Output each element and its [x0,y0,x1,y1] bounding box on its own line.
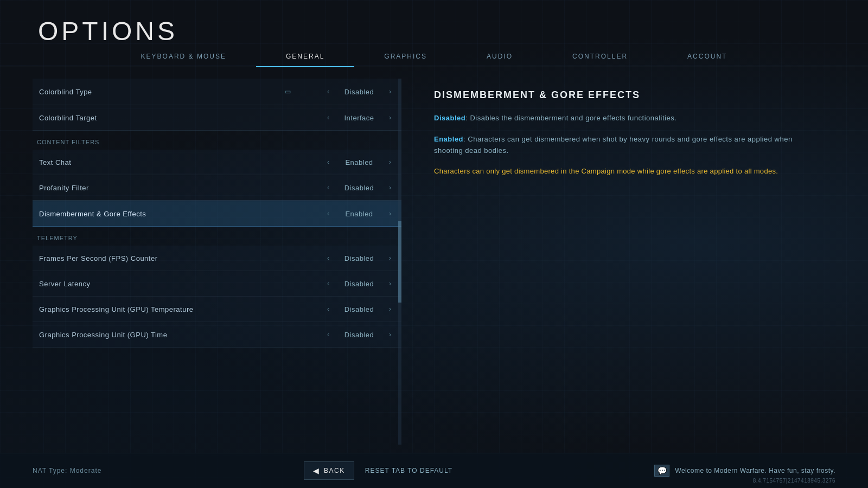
setting-name-colorblind-target: Colorblind Target [39,114,297,122]
setting-row-dismemberment-gore[interactable]: Dismemberment & Gore Effects ‹ Enabled › [33,201,401,227]
arrow-left-gpu-time[interactable]: ‹ [323,330,333,339]
setting-row-gpu-time[interactable]: Graphics Processing Unit (GPU) Time ‹ Di… [33,322,401,348]
setting-value-server-latency: Disabled [337,280,381,288]
arrow-right-fps-counter[interactable]: › [385,253,395,263]
info-enabled-text: : Characters can get dismembered when sh… [434,135,793,155]
back-label: Back [324,467,345,474]
arrow-left-server-latency[interactable]: ‹ [323,279,333,288]
setting-row-fps-counter[interactable]: Frames Per Second (FPS) Counter ‹ Disabl… [33,246,401,271]
setting-value-profanity-filter: Disabled [337,184,381,192]
arrow-left-dismemberment-gore[interactable]: ‹ [323,209,333,219]
info-panel: DISMEMBERMENT & GORE EFFECTS Disabled: D… [418,79,835,445]
info-disabled-desc: Disabled: Disables the dismemberment and… [434,113,819,124]
arrow-right-dismemberment-gore[interactable]: › [385,209,395,219]
arrow-right-profanity-filter[interactable]: › [385,183,395,192]
arrow-right-gpu-temperature[interactable]: › [385,304,395,314]
value-area-profanity-filter: ‹ Disabled › [297,183,395,192]
setting-row-server-latency[interactable]: Server Latency ‹ Disabled › [33,271,401,297]
setting-row-profanity-filter[interactable]: Profanity Filter ‹ Disabled › [33,175,401,201]
bottom-bar: NAT Type: Moderate ◀ Back Reset tab to D… [0,453,868,488]
info-disabled-text: : Disables the dismemberment and gore ef… [465,114,676,122]
setting-row-colorblind-target[interactable]: Colorblind Target ‹ Interface › [33,105,401,131]
arrow-right-colorblind-target[interactable]: › [385,113,395,123]
info-enabled-desc: Enabled: Characters can get dismembered … [434,134,819,157]
arrow-left-fps-counter[interactable]: ‹ [323,253,333,263]
arrow-left-profanity-filter[interactable]: ‹ [323,183,333,192]
setting-row-text-chat[interactable]: Text Chat ‹ Enabled › [33,150,401,175]
setting-value-dismemberment-gore: Enabled [337,210,381,218]
arrow-left-colorblind-type[interactable]: ‹ [323,87,333,97]
value-area-dismemberment-gore: ‹ Enabled › [297,209,395,219]
setting-name-server-latency: Server Latency [39,280,297,288]
tab-general[interactable]: GENERAL [256,46,354,67]
arrow-right-server-latency[interactable]: › [385,279,395,288]
scrollbar-track[interactable] [398,79,401,445]
setting-name-colorblind-type: Colorblind Type [39,88,282,96]
setting-name-dismemberment-gore: Dismemberment & Gore Effects [39,210,297,218]
back-arrow-icon: ◀ [313,466,320,475]
arrow-right-text-chat[interactable]: › [385,157,395,167]
chat-icon: 💬 [654,465,669,477]
arrow-right-colorblind-type[interactable]: › [385,87,395,97]
page-title: OPTIONS [38,16,178,46]
arrow-left-colorblind-target[interactable]: ‹ [323,113,333,123]
scrollbar-thumb[interactable] [398,221,401,303]
setting-name-gpu-temperature: Graphics Processing Unit (GPU) Temperatu… [39,305,297,313]
setting-name-profanity-filter: Profanity Filter [39,184,297,192]
setting-name-text-chat: Text Chat [39,158,297,166]
tab-graphics[interactable]: GRAPHICS [354,46,457,67]
setting-row-colorblind-type[interactable]: Colorblind Type ▭ ‹ Disabled › [33,79,401,105]
chat-message-text: Welcome to Modern Warfare. Have fun, sta… [675,467,835,474]
tab-account[interactable]: ACCOUNT [658,46,757,67]
setting-value-gpu-time: Disabled [337,331,381,339]
chat-bubble-icon: 💬 [658,466,667,475]
info-warning-text: Characters can only get dismembered in t… [434,166,819,177]
setting-value-colorblind-target: Interface [337,114,381,122]
arrow-left-gpu-temperature[interactable]: ‹ [323,304,333,314]
value-area-text-chat: ‹ Enabled › [297,157,395,167]
value-area-gpu-time: ‹ Disabled › [297,330,395,339]
bottom-left: NAT Type: Moderate [33,467,101,474]
bottom-controls: ◀ Back Reset tab to Default [304,461,453,480]
tab-audio[interactable]: AUDIO [457,46,542,67]
value-area-gpu-temperature: ‹ Disabled › [297,304,395,314]
info-disabled-section: Disabled: Disables the dismemberment and… [434,113,819,124]
setting-row-gpu-temperature[interactable]: Graphics Processing Unit (GPU) Temperatu… [33,297,401,322]
value-area-fps-counter: ‹ Disabled › [297,253,395,263]
section-label-content-filters: Content Filters [33,131,401,150]
info-enabled-section: Enabled: Characters can get dismembered … [434,134,819,157]
arrow-right-gpu-time[interactable]: › [385,330,395,339]
tab-keyboard-mouse[interactable]: KEYBOARD & MOUSE [111,46,256,67]
value-area-colorblind-type: ‹ Disabled › [297,87,395,97]
arrow-left-text-chat[interactable]: ‹ [323,157,333,167]
tab-controller[interactable]: CONTROLLER [542,46,658,67]
bottom-right: 💬 Welcome to Modern Warfare. Have fun, s… [654,465,835,477]
setting-name-gpu-time: Graphics Processing Unit (GPU) Time [39,331,297,339]
value-area-server-latency: ‹ Disabled › [297,279,395,288]
version-info: 8.4.7154757|2147418945.3276 [753,478,835,484]
setting-name-fps-counter: Frames Per Second (FPS) Counter [39,254,297,262]
content-area: Colorblind Type ▭ ‹ Disabled › Colorblin… [33,79,835,445]
settings-list: Colorblind Type ▭ ‹ Disabled › Colorblin… [33,79,401,348]
external-link-icon: ▭ [282,86,293,97]
nat-type-label: NAT Type: Moderate [33,467,101,474]
nav-tabs: KEYBOARD & MOUSE GENERAL GRAPHICS AUDIO … [0,46,868,67]
back-button[interactable]: ◀ Back [304,461,354,480]
info-title: DISMEMBERMENT & GORE EFFECTS [434,89,819,101]
setting-value-fps-counter: Disabled [337,254,381,262]
info-disabled-label: Disabled [434,114,465,122]
reset-tab-button[interactable]: Reset tab to Default [365,467,452,474]
section-label-telemetry: Telemetry [33,227,401,246]
info-enabled-label: Enabled [434,135,463,143]
value-area-colorblind-target: ‹ Interface › [297,113,395,123]
setting-value-text-chat: Enabled [337,158,381,166]
settings-panel: Colorblind Type ▭ ‹ Disabled › Colorblin… [33,79,401,445]
setting-value-gpu-temperature: Disabled [337,305,381,313]
setting-value-colorblind-type: Disabled [337,88,381,96]
